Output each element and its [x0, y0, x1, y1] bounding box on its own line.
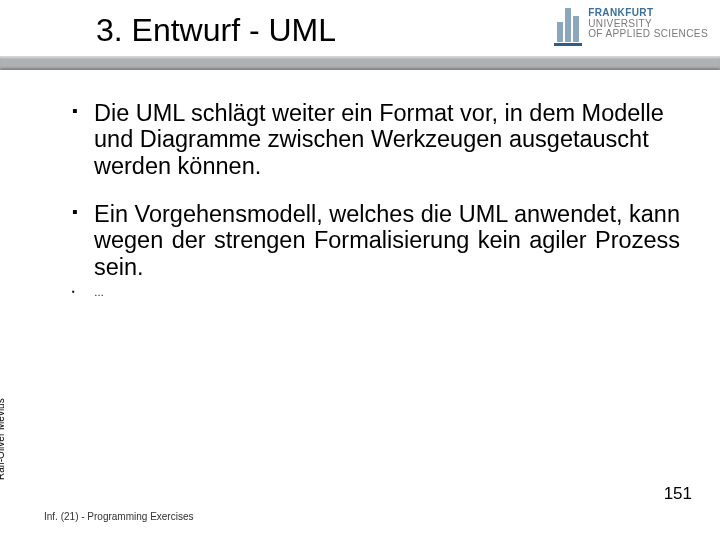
- logo-text: FRANKFURT UNIVERSITY OF APPLIED SCIENCES: [588, 8, 708, 40]
- university-logo: FRANKFURT UNIVERSITY OF APPLIED SCIENCES: [554, 2, 708, 46]
- content-area: Die UML schlägt weiter ein Format vor, i…: [72, 100, 680, 320]
- logo-line3: OF APPLIED SCIENCES: [588, 29, 708, 40]
- slide-header: 3. Entwurf - UML FRANKFURT UNIVERSITY OF…: [0, 0, 720, 72]
- page-number: 151: [664, 484, 692, 504]
- bullet-item: Die UML schlägt weiter ein Format vor, i…: [72, 100, 680, 179]
- header-divider: [0, 56, 720, 70]
- bullet-item: Ein Vorgehensmodell, welches die UML anw…: [72, 201, 680, 280]
- bullet-list: Die UML schlägt weiter ein Format vor, i…: [72, 100, 680, 298]
- bullet-item: …: [72, 288, 680, 298]
- logo-bar-icon: [557, 22, 563, 42]
- author-side-label: Ralf-Oliver Mevius: [0, 398, 6, 480]
- slide: 3. Entwurf - UML FRANKFURT UNIVERSITY OF…: [0, 0, 720, 540]
- logo-mark: [554, 2, 582, 46]
- footer-left: Inf. (21) - Programming Exercises: [44, 511, 194, 522]
- logo-baseline-icon: [554, 43, 582, 46]
- slide-title: 3. Entwurf - UML: [96, 12, 336, 49]
- logo-bar-icon: [573, 16, 579, 42]
- logo-bar-icon: [565, 8, 571, 42]
